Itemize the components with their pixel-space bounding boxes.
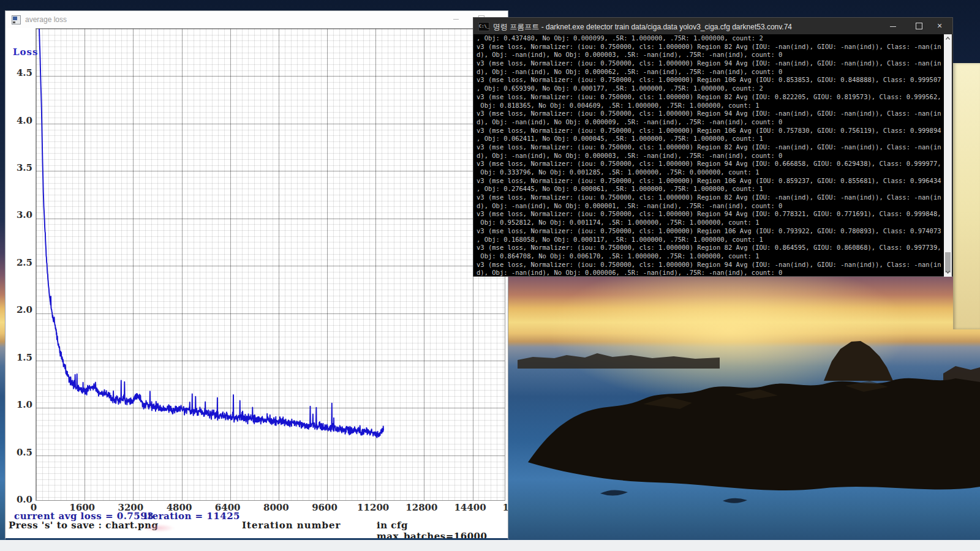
scroll-up-icon[interactable] — [944, 34, 952, 43]
console-line: , Obj: 0.659390, No Obj: 0.000177, .5R: … — [477, 84, 944, 93]
console-line: v3 (mse loss, Normalizer: (iou: 0.750000… — [477, 59, 944, 68]
console-scrollbar[interactable] — [944, 34, 952, 277]
console-line: Obj: 0.818365, No Obj: 0.004609, .5R: 1.… — [477, 102, 944, 110]
y-tick-label: 3.0 — [10, 209, 32, 220]
console-line: v3 (mse loss, Normalizer: (iou: 0.750000… — [477, 76, 944, 84]
console-line: d), Obj: -nan(ind), No Obj: 0.000062, .5… — [477, 68, 944, 77]
console-line: v3 (mse loss, Normalizer: (iou: 0.750000… — [477, 93, 944, 102]
console-line: d), Obj: -nan(ind), No Obj: 0.000001, .5… — [477, 202, 944, 211]
console-line: v3 (mse loss, Normalizer: (iou: 0.750000… — [477, 127, 944, 135]
y-tick-label: 0.5 — [10, 447, 32, 458]
command-prompt-window: C:\_ 명령 프롬프트 - darknet.exe detector trai… — [473, 17, 953, 277]
console-line: v3 (mse loss, Normalizer: (iou: 0.750000… — [477, 143, 944, 152]
close-icon: × — [937, 21, 942, 31]
minimize-icon — [890, 26, 896, 27]
console-line: , Obj: 0.062411, No Obj: 0.000045, .5R: … — [477, 135, 944, 143]
console-line: v3 (mse loss, Normalizer: (iou: 0.750000… — [477, 160, 944, 168]
console-line: Obj: 0.864708, No Obj: 0.006170, .5R: 1.… — [477, 252, 944, 261]
y-tick-label: 4.0 — [10, 115, 32, 126]
console-title: 명령 프롬프트 - darknet.exe detector train dat… — [493, 22, 792, 32]
y-tick-label: 2.5 — [10, 257, 32, 268]
y-tick-label: 2.0 — [10, 304, 32, 315]
y-tick-label: 1.0 — [10, 399, 32, 410]
y-tick-label: 4.5 — [10, 67, 32, 78]
console-line: v3 (mse loss, Normalizer: (iou: 0.750000… — [477, 244, 944, 252]
console-line: d), Obj: -nan(ind), No Obj: 0.000006, .5… — [477, 269, 944, 277]
console-line: v3 (mse loss, Normalizer: (iou: 0.750000… — [477, 193, 944, 202]
loss-chart-window: average loss × Loss 0.00.51.01.52.02.53.… — [5, 10, 508, 541]
console-line: Obj: 0.952812, No Obj: 0.001174, .5R: 1.… — [477, 219, 944, 227]
x-axis-title: Iteration number — [242, 520, 341, 531]
console-line: v3 (mse loss, Normalizer: (iou: 0.750000… — [477, 177, 944, 186]
y-tick-label: 1.5 — [10, 352, 32, 363]
cmd-icon: C:\_ — [478, 22, 489, 31]
console-output: , Obj: 0.437480, No Obj: 0.000099, .5R: … — [473, 34, 944, 277]
max-batches-text: in cfg max_batches=16000 — [377, 520, 508, 541]
console-titlebar[interactable]: C:\_ 명령 프롬프트 - darknet.exe detector trai… — [473, 18, 952, 34]
console-line: d), Obj: -nan(ind), No Obj: 0.000003, .5… — [477, 51, 944, 59]
maximize-icon — [916, 23, 922, 29]
console-line: v3 (mse loss, Normalizer: (iou: 0.750000… — [477, 210, 944, 219]
console-line: Obj: 0.333796, No Obj: 0.001285, .5R: 1.… — [477, 168, 944, 177]
chart-status-row: current avg loss = 0.7593 iteration = 11… — [6, 511, 508, 520]
background-window-sliver — [953, 63, 980, 329]
chart-hint-row: Press 's' to save : chart.png Iteration … — [6, 520, 508, 530]
y-axis-label: Loss — [13, 47, 38, 58]
console-line: v3 (mse loss, Normalizer: (iou: 0.750000… — [477, 261, 944, 269]
screen: average loss × Loss 0.00.51.01.52.02.53.… — [0, 0, 980, 551]
console-line: v3 (mse loss, Normalizer: (iou: 0.750000… — [477, 110, 944, 118]
console-line: v3 (mse loss, Normalizer: (iou: 0.750000… — [477, 43, 944, 51]
y-tick-label: 3.5 — [10, 162, 32, 173]
console-line: , Obj: 0.168058, No Obj: 0.000117, .5R: … — [477, 236, 944, 244]
save-hint-text: Press 's' to save : chart.png — [9, 520, 158, 531]
loss-curve — [6, 11, 508, 538]
console-line: , Obj: 0.276445, No Obj: 0.000061, .5R: … — [477, 185, 944, 193]
bottom-strip — [0, 540, 980, 551]
console-minimize-button[interactable] — [880, 18, 906, 34]
console-close-button[interactable]: × — [927, 18, 952, 34]
console-line: v3 (mse loss, Normalizer: (iou: 0.750000… — [477, 227, 944, 236]
scroll-down-icon[interactable] — [944, 268, 952, 277]
console-line: d), Obj: -nan(ind), No Obj: 0.000009, .5… — [477, 118, 944, 127]
watermark-smudge — [143, 524, 175, 532]
console-line: , Obj: 0.437480, No Obj: 0.000099, .5R: … — [477, 34, 944, 43]
console-line: d), Obj: -nan(ind), No Obj: 0.000003, .5… — [477, 152, 944, 160]
